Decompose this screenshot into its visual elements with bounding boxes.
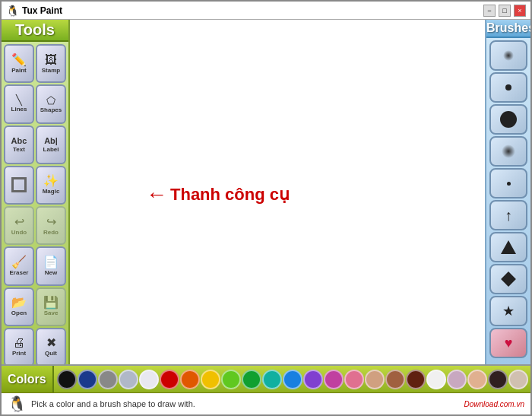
color-swatch-22[interactable] [508,370,528,389]
brush-star-icon: ★ [502,303,515,319]
colors-label: Colors [2,366,54,392]
brush-item-heart[interactable]: ♥ [489,328,527,358]
brush-dot-soft-medium [502,144,515,158]
color-swatch-18[interactable] [426,370,446,389]
stamp-tool[interactable]: 🖼 Stamp [36,44,66,83]
open-tool[interactable]: 📂 Open [4,287,34,326]
color-swatch-21[interactable] [488,370,508,389]
brush-item-5[interactable] [489,168,527,198]
new-icon: 📄 [43,256,59,268]
color-swatch-15[interactable] [365,370,385,389]
brushes-header: Brushes [486,20,530,38]
color-swatch-0[interactable] [57,370,77,389]
brush-arrow-icon: ↑ [505,207,512,224]
label-icon: Ab| [44,137,58,145]
eraser-icon: 🧹 [11,256,27,268]
eraser-label: Eraser [10,269,29,276]
brush-list: ↑ ★ ♥ [486,38,530,369]
main-layout: Tools ✏️ Paint 🖼 Stamp ╲ Lines ⬠ Shapes [2,20,530,369]
open-icon: 📂 [11,297,27,309]
color-swatch-5[interactable] [160,370,179,389]
app-icon: 🐧 [6,5,19,17]
color-swatch-6[interactable] [180,370,200,389]
title-bar: 🐧 Tux Paint − □ × [2,2,530,20]
brush-item-triangle[interactable] [489,232,527,262]
new-label: New [45,269,57,276]
save-tool[interactable]: 💾 Save [36,287,66,326]
brush-item-arrow[interactable]: ↑ [489,200,527,230]
brushes-panel: Brushes ↑ [485,20,530,369]
canvas-area[interactable]: ← Thanh công cụ [70,20,485,369]
app-title: Tux Paint [22,5,62,16]
minimize-button[interactable]: − [483,5,496,17]
label-tool[interactable]: Ab| Label [36,125,66,164]
brush-dot-small [505,84,511,91]
brush-item-diamond[interactable] [489,264,527,294]
print-tool[interactable]: 🖨 Print [4,328,34,367]
color-swatch-8[interactable] [221,370,241,389]
color-swatch-13[interactable] [324,370,344,389]
shapes-label: Shapes [40,106,62,113]
color-swatch-4[interactable] [139,370,159,389]
color-swatch-12[interactable] [303,370,323,389]
close-button[interactable]: × [514,5,526,17]
redo-label: Redo [43,229,59,236]
color-swatches [54,370,531,389]
tool-grid: ✏️ Paint 🖼 Stamp ╲ Lines ⬠ Shapes Abc Te… [2,42,68,369]
drawing-canvas[interactable] [70,20,485,369]
magic-tool[interactable]: ✨ Magic [36,166,66,205]
print-icon: 🖨 [13,337,25,349]
color-swatch-20[interactable] [467,370,487,389]
paint-icon: ✏️ [11,54,27,66]
quit-tool[interactable]: ✖ Quit [36,328,66,367]
color-swatch-2[interactable] [98,370,118,389]
text-tool[interactable]: Abc Text [4,125,34,164]
color-swatch-11[interactable] [283,370,302,389]
redo-icon: ↪ [46,216,56,228]
fill-tool[interactable] [4,166,34,205]
color-swatch-1[interactable] [78,370,97,389]
brush-item-4[interactable] [489,136,527,167]
undo-tool[interactable]: ↩ Undo [4,206,34,245]
color-swatch-16[interactable] [385,370,405,389]
color-swatch-19[interactable] [447,370,467,389]
color-swatch-14[interactable] [344,370,364,389]
new-tool[interactable]: 📄 New [36,246,66,285]
brush-item-star[interactable]: ★ [489,296,527,326]
toolbar: Tools ✏️ Paint 🖼 Stamp ╲ Lines ⬠ Shapes [2,20,70,369]
print-label: Print [12,350,26,357]
label-label: Label [43,146,59,153]
lines-tool[interactable]: ╲ Lines [4,84,34,123]
brush-item-1[interactable] [489,40,527,71]
maximize-button[interactable]: □ [499,5,511,17]
stamp-icon: 🖼 [45,54,57,66]
color-swatch-3[interactable] [119,370,138,389]
color-swatch-7[interactable] [201,370,220,389]
undo-label: Undo [11,229,27,236]
toolbar-header: Tools [2,20,68,42]
paint-tool[interactable]: ✏️ Paint [4,44,34,83]
color-swatch-9[interactable] [242,370,261,389]
save-label: Save [44,310,59,316]
title-bar-left: 🐧 Tux Paint [6,5,62,17]
magic-icon: ✨ [43,175,59,187]
brush-triangle-icon [501,240,516,254]
open-label: Open [11,310,27,316]
color-swatch-10[interactable] [262,370,282,389]
stamp-label: Stamp [42,67,60,74]
tux-icon: 🐧 [8,395,27,413]
lines-label: Lines [11,106,27,113]
shapes-tool[interactable]: ⬠ Shapes [36,84,66,123]
brush-dot-large [500,111,517,128]
eraser-tool[interactable]: 🧹 Eraser [4,246,34,285]
brush-heart-icon: ♥ [505,335,513,351]
quit-label: Quit [45,350,57,357]
brush-item-3[interactable] [489,104,527,135]
brush-dot-tiny [507,182,511,186]
fill-icon [11,177,27,192]
status-bar: 🐧 Pick a color and a brush shape to draw… [2,393,530,414]
brush-item-2[interactable] [489,72,527,103]
color-swatch-17[interactable] [406,370,426,389]
undo-icon: ↩ [14,216,24,228]
redo-tool[interactable]: ↪ Redo [36,206,66,245]
